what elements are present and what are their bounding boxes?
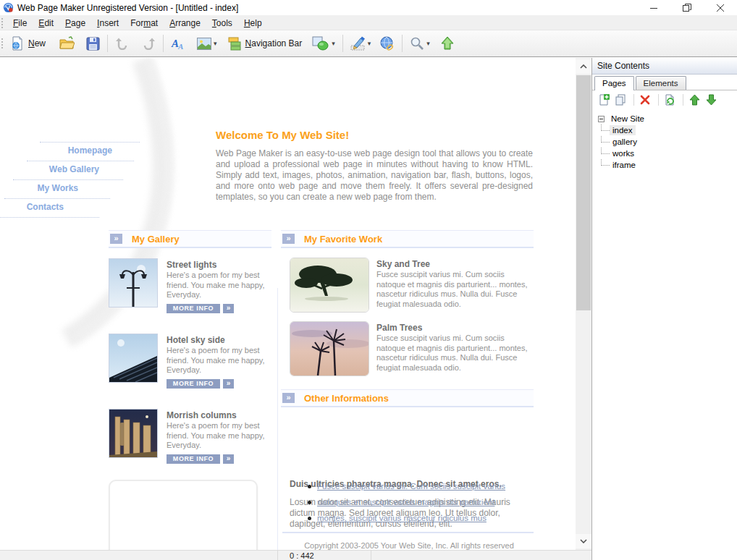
new-page-button[interactable]: New: [7, 34, 49, 53]
tab-elements[interactable]: Elements: [636, 76, 686, 90]
window-controls: [637, 0, 737, 16]
zoom-dropdown-arrow[interactable]: ▾: [426, 40, 430, 47]
toolbar-grip: [1, 38, 5, 48]
shape-dropdown-arrow[interactable]: ▾: [332, 40, 335, 47]
bullet-icon: [308, 485, 311, 488]
arrow-down-icon: [706, 94, 717, 106]
tree-item-label[interactable]: gallery: [610, 137, 640, 147]
favorite-item-desc: Fusce suscipit varius mi. Cum sociis nat…: [376, 334, 534, 373]
menubar-grip: [1, 18, 5, 28]
menu-arrange[interactable]: Arrange: [164, 17, 206, 30]
other-link[interactable]: natoques et suscipit varius magnis dis p…: [317, 498, 494, 506]
image-icon: [197, 38, 211, 50]
tree-root-label[interactable]: New Site: [608, 114, 647, 124]
minimize-button[interactable]: [637, 0, 670, 16]
collapse-icon[interactable]: [598, 116, 605, 122]
window-title: Web Page Maker Unregistered Version - [U…: [17, 3, 238, 13]
navigation-bar-button[interactable]: Navigation Bar: [224, 35, 306, 53]
menu-file[interactable]: File: [7, 17, 33, 30]
tree-node-iframe[interactable]: iframe: [598, 159, 737, 171]
tree-node-index[interactable]: index: [598, 124, 737, 136]
arrow-up-icon: [689, 94, 700, 106]
redo-button[interactable]: [138, 35, 159, 52]
menu-text: elp: [250, 18, 262, 28]
application-window: Web Page Maker Unregistered Version - [U…: [0, 0, 737, 560]
nav-divider: [40, 142, 140, 143]
tree-node-new-site[interactable]: New Site: [598, 113, 737, 124]
insert-shape-button[interactable]: ▾: [309, 34, 338, 53]
draw-dropdown-arrow[interactable]: ▾: [368, 40, 371, 47]
cursor-position: 0 : 442: [278, 551, 371, 560]
menu-text: For: [130, 18, 143, 28]
more-info-arrow-icon[interactable]: »: [223, 454, 234, 464]
gallery-section-title: My Gallery: [132, 234, 180, 245]
more-info-button[interactable]: MORE INFO: [167, 304, 220, 313]
menu-edit[interactable]: Edit: [33, 17, 59, 30]
tree-node-gallery[interactable]: gallery: [598, 136, 737, 148]
copy-page-icon: [615, 94, 626, 106]
insert-text-button[interactable]: A A: [168, 35, 190, 52]
tab-pages[interactable]: Pages: [594, 76, 634, 90]
menu-help[interactable]: Help: [238, 17, 268, 30]
other-link[interactable]: montes, suscipit varius nascetur ridicul…: [317, 514, 487, 522]
tree-connector: [601, 124, 610, 131]
gallery-section-header: » My Gallery: [109, 230, 271, 248]
copy-page-button[interactable]: [613, 93, 628, 106]
open-button[interactable]: [56, 34, 77, 53]
site-contents-header: Site Contents: [592, 58, 737, 75]
nav-link-homepage[interactable]: Homepage: [43, 145, 112, 156]
morrish-columns-thumbnail[interactable]: [109, 409, 158, 458]
nav-link-contacts[interactable]: Contacts: [7, 202, 64, 212]
move-down-button[interactable]: [704, 93, 718, 106]
menu-format[interactable]: Format: [125, 17, 164, 30]
save-button[interactable]: [83, 35, 103, 53]
hotel-sky-side-thumbnail[interactable]: [109, 334, 158, 383]
close-button[interactable]: [704, 0, 737, 16]
scrollbar-thumb[interactable]: [576, 75, 591, 310]
bullet-icon: [308, 501, 311, 504]
more-info-button[interactable]: MORE INFO: [167, 454, 220, 464]
scroll-down-button[interactable]: [576, 534, 591, 548]
delete-page-button[interactable]: [638, 93, 652, 106]
palm-trees-thumbnail[interactable]: [290, 321, 369, 376]
more-info-button[interactable]: MORE INFO: [167, 379, 220, 389]
more-info-arrow-icon[interactable]: »: [223, 304, 234, 313]
toolbar-separator: [107, 35, 108, 52]
move-up-button[interactable]: [687, 93, 702, 106]
tree-item-label[interactable]: iframe: [610, 160, 639, 170]
design-canvas[interactable]: Homepage Web Gallery My Works Contacts W…: [0, 58, 576, 551]
menu-page[interactable]: Page: [59, 17, 91, 30]
app-icon: [3, 2, 14, 13]
menu-tools[interactable]: Tools: [206, 17, 238, 30]
menu-insert[interactable]: Insert: [91, 17, 125, 30]
empty-rounded-box[interactable]: [109, 480, 258, 551]
add-page-button[interactable]: [597, 93, 611, 106]
tree-item-label[interactable]: index: [610, 125, 636, 135]
scroll-up-button[interactable]: [576, 59, 591, 74]
draw-button[interactable]: ▾: [348, 34, 374, 53]
nav-link-my-works[interactable]: My Works: [18, 183, 78, 193]
sky-and-tree-thumbnail[interactable]: [290, 258, 369, 313]
nav-link-web-gallery[interactable]: Web Gallery: [29, 164, 99, 174]
other-link[interactable]: Fusce suscipit varius mi. Cum sociis sus…: [317, 482, 505, 491]
vertical-scrollbar[interactable]: [576, 58, 591, 551]
tree-node-works[interactable]: works: [598, 148, 737, 159]
undo-button[interactable]: [112, 35, 132, 52]
nav-divider: [13, 179, 123, 180]
restore-button[interactable]: [670, 0, 704, 16]
more-info-arrow-icon[interactable]: »: [223, 379, 234, 389]
hyperlink-button[interactable]: [376, 34, 397, 54]
preview-page-button[interactable]: [662, 93, 677, 106]
zoom-button[interactable]: ▾: [407, 34, 433, 53]
publish-button[interactable]: [437, 34, 458, 53]
site-panel-iconbar: [592, 90, 737, 109]
image-dropdown-arrow[interactable]: ▾: [214, 40, 217, 47]
street-lights-thumbnail[interactable]: [109, 258, 158, 307]
tree-item-label[interactable]: works: [610, 148, 637, 158]
insert-image-button[interactable]: ▾: [194, 35, 220, 52]
gallery-item-desc: Here's a poem for my best friend. You ma…: [167, 421, 275, 451]
gallery-item-title: Hotel sky side: [167, 335, 275, 345]
favorite-section-title: My Favorite Work: [304, 234, 382, 245]
menu-text: m: [143, 18, 151, 28]
welcome-heading: Welcome To My Web Site!: [216, 129, 349, 141]
